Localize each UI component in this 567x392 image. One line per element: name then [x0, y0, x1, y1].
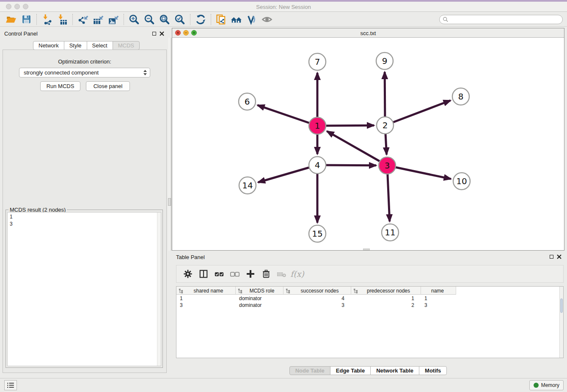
open-file-button[interactable]: [3, 13, 19, 26]
zoom-out-icon: [143, 14, 155, 25]
add-row-button[interactable]: [242, 267, 258, 281]
task-history-button[interactable]: [4, 380, 17, 390]
list-icon: [7, 382, 14, 388]
network-graph[interactable]: 7968124314101511: [172, 38, 564, 250]
memory-button[interactable]: Memory: [529, 380, 564, 390]
export-image-button[interactable]: [106, 13, 121, 26]
node-label-3: 3: [385, 160, 390, 171]
select-all-button[interactable]: [211, 267, 227, 281]
zoom-fit-button[interactable]: [157, 13, 172, 26]
function-builder-button[interactable]: f(x): [289, 267, 305, 281]
dropdown-stepper-icon: [143, 70, 147, 75]
table-row[interactable]: 3dominator323: [176, 302, 456, 309]
criterion-dropdown-value: strongly connected component: [24, 69, 99, 76]
plus-icon: [245, 269, 256, 279]
column-header-label: predecessor nodes: [358, 288, 421, 294]
tab-motifs[interactable]: Motifs: [419, 366, 447, 375]
cell-successor-nodes[interactable]: 4: [284, 295, 351, 302]
delete-row-button[interactable]: [258, 267, 274, 281]
column-header-predecessor-nodes[interactable]: predecessor nodes: [351, 287, 421, 295]
node-label-11: 11: [385, 227, 395, 237]
table-panel-tabs: Node TableEdge TableNetwork TableMotifs: [172, 366, 564, 375]
column-header-shared-name[interactable]: shared name: [176, 287, 236, 295]
cell-shared-name[interactable]: 3: [176, 302, 236, 309]
tab-select[interactable]: Select: [87, 41, 113, 50]
zoom-selected-button[interactable]: [172, 13, 187, 26]
column-header-label: MCDS role: [242, 288, 283, 294]
import-table-icon: [57, 14, 68, 25]
column-header-mcds-role[interactable]: MCDS role: [236, 287, 284, 295]
clone-network-button[interactable]: [214, 13, 229, 26]
run-mcds-button[interactable]: Run MCDS: [40, 81, 80, 91]
edge-2-8[interactable]: [385, 100, 451, 125]
criterion-dropdown[interactable]: strongly connected component: [19, 68, 150, 77]
tab-network[interactable]: Network: [33, 41, 64, 50]
network-canvas[interactable]: 7968124314101511: [172, 38, 564, 250]
tab-mcds[interactable]: MCDS: [113, 41, 140, 50]
cell-mcds-role[interactable]: dominator: [236, 302, 284, 309]
show-columns-button[interactable]: [195, 267, 211, 281]
zoom-out-button[interactable]: [142, 13, 157, 26]
tab-style[interactable]: Style: [64, 41, 87, 50]
panel-splitter[interactable]: [168, 38, 171, 251]
edge-4-14[interactable]: [258, 165, 317, 182]
save-session-button[interactable]: [19, 13, 34, 26]
toolbar-separator: [36, 14, 37, 25]
network-window-titlebar[interactable]: × − + scc.txt: [172, 28, 564, 38]
home-button[interactable]: [229, 13, 244, 26]
tab-edge-table[interactable]: Edge Table: [330, 366, 371, 375]
node-table[interactable]: shared nameMCDS rolesuccessor nodesprede…: [176, 286, 564, 358]
column-header-name[interactable]: name: [421, 287, 456, 295]
cell-predecessor-nodes[interactable]: 2: [351, 302, 421, 309]
control-panel-float-icon[interactable]: [152, 32, 156, 36]
unselect-all-button[interactable]: [227, 267, 242, 281]
table-panel-close-icon[interactable]: [557, 254, 561, 259]
mcds-result-scrollbar[interactable]: [157, 213, 161, 366]
destroy-table-button[interactable]: [274, 267, 289, 281]
vizmapper-button[interactable]: [244, 13, 259, 26]
table-panel-float-icon[interactable]: [550, 255, 553, 259]
cell-mcds-role[interactable]: dominator: [236, 295, 284, 302]
trash-icon: [261, 269, 271, 279]
clone-network-icon: [215, 14, 227, 25]
column-header-successor-nodes[interactable]: successor nodes: [284, 287, 351, 295]
tab-network-table[interactable]: Network Table: [370, 366, 419, 375]
hide-panels-button[interactable]: [259, 13, 275, 26]
table-scrollbar-thumb[interactable]: [560, 298, 563, 313]
splitter-handle[interactable]: [168, 198, 171, 206]
node-label-10: 10: [456, 176, 467, 186]
node-label-1: 1: [315, 121, 320, 131]
edge-1-6[interactable]: [258, 105, 317, 126]
export-table-button[interactable]: [91, 13, 106, 26]
cell-name[interactable]: 3: [421, 302, 456, 309]
table-settings-button[interactable]: [180, 267, 195, 281]
hierarchy-icon: [286, 288, 290, 293]
node-label-8: 8: [458, 91, 464, 102]
node-label-9: 9: [382, 56, 388, 66]
table-panel-title: Table Panel: [176, 254, 205, 260]
mcds-result-values: 1 3: [10, 213, 13, 228]
cell-shared-name[interactable]: 1: [176, 295, 236, 302]
network-resize-grip[interactable]: [363, 248, 370, 250]
search-field[interactable]: [439, 15, 563, 24]
refresh-button[interactable]: [193, 13, 208, 26]
mcds-result-textarea[interactable]: 1 3: [7, 212, 161, 366]
export-network-button[interactable]: [75, 13, 91, 26]
cell-successor-nodes[interactable]: 3: [284, 302, 351, 309]
tab-node-table[interactable]: Node Table: [289, 366, 330, 375]
search-input[interactable]: [449, 17, 554, 22]
close-panel-button[interactable]: Close panel: [86, 81, 130, 91]
table-scrollbar[interactable]: [559, 287, 563, 358]
memory-status-icon: [534, 383, 539, 388]
table-toolbar: f(x): [176, 265, 564, 283]
import-table-button[interactable]: [55, 13, 70, 26]
cell-name[interactable]: 1: [421, 295, 456, 302]
edge-3-1[interactable]: [327, 131, 387, 166]
control-panel-close-icon[interactable]: [160, 31, 164, 36]
column-header-label: successor nodes: [290, 288, 351, 294]
zoom-in-button[interactable]: [127, 13, 142, 26]
import-network-button[interactable]: [39, 13, 55, 26]
table-row[interactable]: 1dominator411: [176, 295, 456, 302]
edge-3-10[interactable]: [387, 166, 451, 179]
cell-predecessor-nodes[interactable]: 1: [351, 295, 421, 302]
